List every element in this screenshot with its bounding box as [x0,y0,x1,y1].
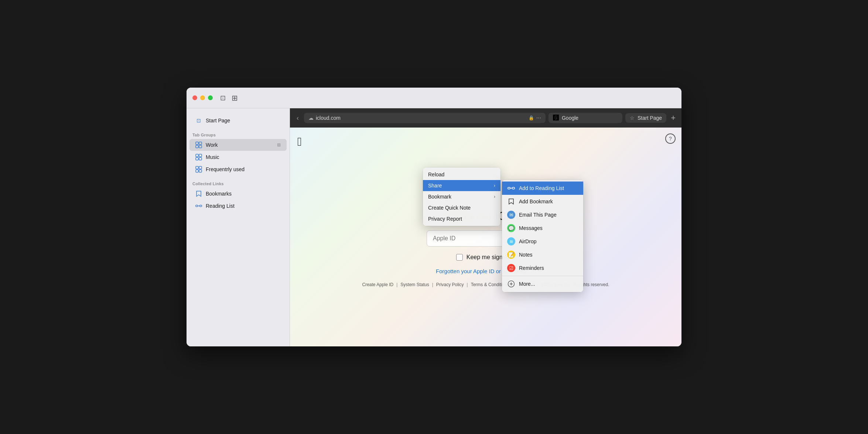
more-label: More... [519,281,535,287]
site-icon: ☁ [308,115,314,121]
music-tabs-icon [195,154,202,160]
sidebar-toggle-icon[interactable]: ⊡ [220,94,226,102]
email-share-icon: ✉ [507,211,515,219]
keep-signed-in-checkbox[interactable] [456,254,463,261]
start-page-icon: ⊡ [195,117,202,124]
minimize-button[interactable] [200,95,205,100]
sidebar-item-reading-list[interactable]: Reading List [189,200,287,212]
icloud-signin-content: Sign in to iCloud Keep me signed in Forg… [290,128,681,346]
menu-item-share[interactable]: Share › [423,180,500,191]
page-content:  ? Sign in to iCloud Keep me signed in … [290,128,681,346]
work-grid-icon[interactable]: ⊞ [277,142,281,148]
svg-rect-4 [196,154,198,157]
messages-share-icon: 💬 [507,224,515,232]
notes-label: Notes [519,252,533,258]
share-reminders[interactable]: ☑ Reminders [502,261,583,275]
privacy-report-label: Privacy Report [428,216,462,222]
reading-list-icon [195,203,202,209]
menu-item-bookmark[interactable]: Bookmark › [423,191,500,202]
bookmark-icon [195,190,202,197]
maximize-button[interactable] [208,95,213,100]
sidebar: ⊡ Start Page Tab Groups Work ⊞ [187,108,290,346]
svg-point-13 [199,205,202,207]
share-more[interactable]: More... [502,277,583,291]
close-button[interactable] [192,95,197,100]
sidebar-reading-list-label: Reading List [206,203,281,209]
create-apple-id-link[interactable]: Create Apple ID [362,282,394,287]
share-submenu: Add to Reading List Add Bookmark [502,180,583,292]
google-icon: 🅶 [553,115,559,121]
star-icon: ☆ [630,115,635,121]
privacy-policy-link[interactable]: Privacy Policy [436,282,464,287]
address-bar[interactable]: ☁ icloud.com 🔒 ··· [304,113,546,123]
share-label: Share [428,183,442,189]
airdrop-share-icon: ≋ [507,237,515,245]
work-tabs-icon [195,142,202,148]
svg-point-15 [508,187,510,189]
add-reading-list-label: Add to Reading List [519,185,564,191]
share-messages[interactable]: 💬 Messages [502,221,583,235]
svg-rect-6 [196,157,198,160]
sidebar-frequently-label: Frequentrly used [206,166,281,172]
tab-start-page[interactable]: ☆ Start Page [625,113,666,123]
lock-icon: 🔒 [529,115,534,121]
more-share-icon [507,280,515,288]
share-add-reading-list[interactable]: Add to Reading List [502,182,583,195]
sidebar-item-work[interactable]: Work ⊞ [189,139,287,151]
sidebar-music-label: Music [206,154,281,160]
reading-list-share-icon [507,184,515,192]
browser-content: ⊡ Start Page Tab Groups Work ⊞ [187,108,681,346]
collected-links-label: Collected Links [187,179,290,187]
menu-item-privacy-report[interactable]: Privacy Report [423,213,500,224]
bookmark-arrow-icon: › [494,194,495,199]
help-button[interactable]: ? [665,133,676,144]
frequently-tabs-icon [195,166,202,173]
svg-rect-8 [196,166,198,169]
search-text: Google [562,115,578,121]
menu-item-reload[interactable]: Reload [423,169,500,180]
back-button[interactable]: ‹ [294,113,301,123]
sidebar-item-bookmarks[interactable]: Bookmarks [189,188,287,200]
share-separator [502,276,583,276]
start-page-tab-label: Start Page [638,115,662,121]
svg-rect-5 [199,154,202,157]
reminders-share-icon: ☑ [507,264,515,272]
bookmark-label: Bookmark [428,194,451,200]
sidebar-bookmarks-label: Bookmarks [206,191,281,197]
svg-rect-0 [196,142,198,145]
airdrop-label: AirDrop [519,238,536,244]
title-bar: ⊡ ⊞ [187,88,681,108]
search-bar[interactable]: 🅶 Google [549,113,622,123]
add-tab-button[interactable]: + [669,112,677,123]
more-button[interactable]: ··· [536,115,541,121]
tab-groups-section-label: Tab Groups [187,130,290,139]
browser-window: ⊡ ⊞ ⊡ Start Page Tab Groups [187,88,681,346]
share-email-page[interactable]: ✉ Email This Page [502,208,583,221]
new-tab-button[interactable]: ⊞ [232,94,238,102]
sidebar-start-page-label: Start Page [206,118,281,123]
reload-label: Reload [428,172,444,177]
context-menu: Reload Share › [423,167,500,226]
share-airdrop[interactable]: ≋ AirDrop [502,235,583,248]
messages-label: Messages [519,225,543,231]
menu-item-create-quick-note[interactable]: Create Quick Note [423,202,500,213]
bookmark-share-icon [507,197,515,206]
svg-rect-3 [199,145,202,148]
svg-point-12 [195,205,198,207]
add-bookmark-label: Add Bookmark [519,199,553,204]
svg-rect-2 [196,145,198,148]
share-add-bookmark[interactable]: Add Bookmark [502,195,583,208]
main-area: ‹ ☁ icloud.com 🔒 ··· 🅶 Google ☆ Start Pa… [290,108,681,346]
svg-point-16 [512,187,515,189]
sidebar-item-music[interactable]: Music [189,151,287,163]
svg-rect-1 [199,142,202,145]
share-arrow-icon: › [494,183,495,188]
sidebar-item-start-page[interactable]: ⊡ Start Page [189,115,287,126]
svg-rect-10 [196,170,198,172]
sidebar-item-frequently-used[interactable]: Frequentrly used [189,163,287,175]
system-status-link[interactable]: System Status [400,282,429,287]
reminders-label: Reminders [519,265,544,271]
svg-rect-11 [199,170,202,172]
share-notes[interactable]: 📝 Notes [502,248,583,261]
svg-rect-7 [199,157,202,160]
